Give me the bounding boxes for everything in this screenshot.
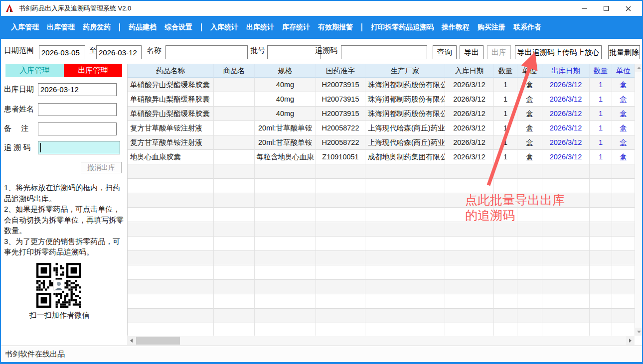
column-header[interactable]: 入库日期 [445,64,494,78]
cell [517,237,542,251]
horizontal-scrollbar[interactable] [127,336,635,345]
column-header[interactable]: 单位 [517,64,542,78]
menu-separator [361,23,362,31]
annotation-line: 的追溯码 [465,208,565,223]
table-row-empty[interactable] [128,294,635,309]
query-button[interactable]: 查询 [433,45,457,59]
cell: 珠海润都制药股份有限公 [365,78,445,92]
cell [445,222,494,237]
name-input[interactable] [165,45,248,59]
menu-item-药品建档[interactable]: 药品建档 [129,23,157,32]
batch-label: 批号 [250,46,265,55]
table-row-empty[interactable] [128,323,635,336]
table-row-empty[interactable] [128,222,635,237]
menu-item-综合设置[interactable]: 综合设置 [164,23,192,32]
trace-code-input[interactable] [341,45,427,59]
scroll-left-button[interactable] [127,336,136,345]
column-header[interactable]: 数量 [590,64,612,78]
patient-name-input[interactable] [38,103,117,116]
tab-inbound-management[interactable]: 入库管理 [5,64,64,77]
outbound-button[interactable]: 出库 [487,45,511,59]
cell [214,193,255,208]
cell [128,222,214,237]
table-row[interactable]: 地奥心血康胶囊每粒含地奥心血康Z10910051成都地奥制药集团有限公2026/… [128,150,635,164]
menu-item-出库管理[interactable]: 出库管理 [47,23,75,32]
column-header[interactable]: 数量 [494,64,517,78]
cancel-outbound-button[interactable]: 撤消出库 [81,162,122,173]
batch-input[interactable] [267,45,321,59]
table-row-empty[interactable] [128,309,635,323]
trace-scan-input[interactable] [38,141,120,154]
status-bar: 书剑软件在线出品 [1,346,642,362]
cell [542,309,590,323]
column-header[interactable]: 出库日期 [542,64,590,78]
menu-item-联系作者[interactable]: 联系作者 [513,23,541,32]
column-header[interactable]: 商品名 [214,64,255,78]
remark-label: 备 注 [4,124,38,133]
vertical-scrollbar[interactable] [635,64,642,336]
cell [316,294,365,309]
cell: 1 [494,121,517,135]
maximize-button[interactable] [595,1,617,16]
grid-header-row: 药品名称商品名规格国药准字生产厂家入库日期数量单位出库日期数量单位 [128,64,635,78]
scroll-right-button[interactable] [626,336,635,345]
menu-item-药房发药[interactable]: 药房发药 [83,23,111,32]
cell [612,208,635,222]
column-header[interactable]: 药品名称 [128,64,214,78]
cell [255,193,316,208]
menu-item-购买注册[interactable]: 购买注册 [478,23,505,32]
column-header[interactable]: 国药准字 [316,64,365,78]
batch-delete-button[interactable]: 批量删除 [608,45,640,59]
cell: H20058722 [316,135,365,150]
cell [365,164,445,179]
table-row-empty[interactable] [128,237,635,251]
tab-outbound-management[interactable]: 出库管理 [64,64,122,77]
horizontal-scroll-thumb[interactable] [136,337,180,345]
cell [517,280,542,294]
table-row-empty[interactable] [128,251,635,265]
menu-item-打印拆零药品追溯码[interactable]: 打印拆零药品追溯码 [371,23,434,32]
cell [255,251,316,265]
menu-item-库存统计[interactable]: 库存统计 [282,23,310,32]
scroll-up-button[interactable] [635,64,643,72]
cell: 单硝酸异山梨酯缓释胶囊 [128,107,214,121]
table-row-empty[interactable] [128,265,635,280]
menu-item-入库管理[interactable]: 入库管理 [11,23,39,32]
out-date-input[interactable] [38,83,117,96]
column-header[interactable]: 单位 [612,64,635,78]
table-row[interactable]: 复方甘草酸单铵注射液20ml:甘草酸单铵H20058722上海现代哈森(商丘)药… [128,135,635,150]
table-row-empty[interactable] [128,164,635,179]
cell: 盒 [517,78,542,92]
menu-item-入库统计[interactable]: 入库统计 [210,23,238,32]
cell [255,179,316,193]
table-row[interactable]: 单硝酸异山梨酯缓释胶囊40mgH20073915珠海润都制药股份有限公2026/… [128,107,635,121]
cell [494,237,517,251]
table-row-empty[interactable] [128,179,635,193]
cell [494,179,517,193]
cell: 2026/3/12 [445,135,494,150]
remark-input[interactable] [38,122,117,135]
date-to-input[interactable] [96,45,142,59]
cell: 2026/3/12 [445,92,494,107]
date-from-input[interactable] [39,45,85,59]
menu-item-出库统计[interactable]: 出库统计 [246,23,274,32]
table-row[interactable]: 复方甘草酸单铵注射液20ml:甘草酸单铵H20058722上海现代哈森(商丘)药… [128,121,635,135]
column-header[interactable]: 生产厂家 [365,64,445,78]
cell [612,280,635,294]
minimize-button[interactable] [573,1,595,16]
table-row[interactable]: 单硝酸异山梨酯缓释胶囊40mgH20073915珠海润都制药股份有限公2026/… [128,92,635,107]
menu-item-有效期报警[interactable]: 有效期报警 [318,23,353,32]
scroll-down-button[interactable] [635,328,643,336]
table-row[interactable]: 单硝酸异山梨酯缓释胶囊40mgH20073915珠海润都制药股份有限公2026/… [128,78,635,92]
cell [542,251,590,265]
cell [365,193,445,208]
table-row-empty[interactable] [128,280,635,294]
menu-item-操作教程[interactable]: 操作教程 [442,23,470,32]
cell [316,265,365,280]
column-header[interactable]: 规格 [255,64,316,78]
close-button[interactable] [617,1,639,16]
export-button[interactable]: 导出 [460,45,483,59]
cell [542,222,590,237]
export-trace-upload-button[interactable]: 导出追溯码上传码上放心 [515,45,602,59]
cell: 1 [590,121,612,135]
